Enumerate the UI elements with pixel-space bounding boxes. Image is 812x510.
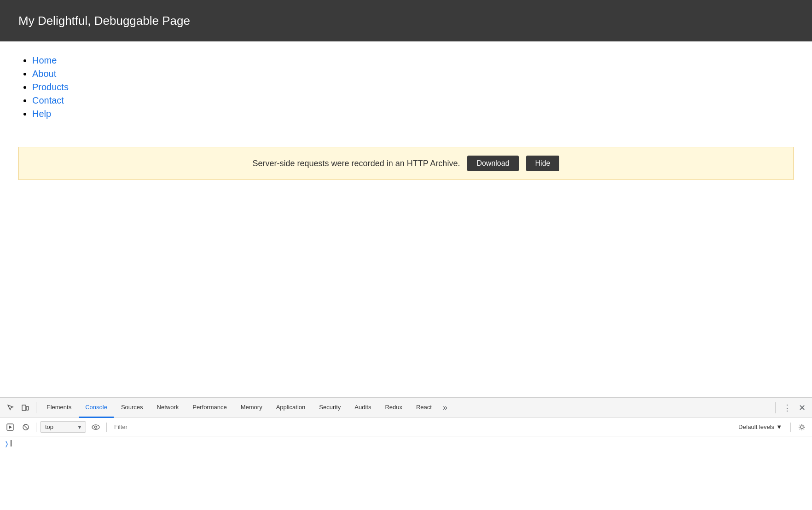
- nav-item-help: Help: [32, 109, 794, 119]
- tab-memory[interactable]: Memory: [234, 398, 269, 418]
- tab-redux[interactable]: Redux: [378, 398, 409, 418]
- page-header: My Delightful, Debuggable Page: [0, 0, 812, 41]
- default-levels-arrow: ▼: [776, 423, 782, 430]
- tab-audits[interactable]: Audits: [348, 398, 377, 418]
- tab-security[interactable]: Security: [313, 398, 347, 418]
- http-archive-banner: Server-side requests were recorded in an…: [18, 147, 794, 180]
- nav-list: Home About Products Contact Help: [18, 55, 794, 119]
- svg-line-5: [24, 425, 28, 429]
- close-devtools-button[interactable]: ✕: [796, 401, 808, 415]
- device-mode-icon-button[interactable]: [18, 402, 32, 414]
- console-cursor: [11, 440, 12, 446]
- console-bar-divider-3: [790, 423, 791, 432]
- default-levels-label: Default levels: [738, 423, 774, 430]
- svg-marker-3: [9, 425, 12, 429]
- tab-console[interactable]: Console: [79, 398, 114, 418]
- console-settings-button[interactable]: [795, 422, 808, 433]
- tab-application[interactable]: Application: [270, 398, 312, 418]
- nav-item-home: Home: [32, 55, 794, 66]
- live-expressions-button[interactable]: [89, 421, 103, 433]
- svg-point-8: [800, 426, 803, 429]
- tab-react[interactable]: React: [410, 398, 438, 418]
- svg-rect-1: [26, 406, 29, 410]
- nav-item-about: About: [32, 69, 794, 79]
- devtools-console-bar: top ▼ Default levels ▼: [0, 418, 812, 436]
- tab-elements[interactable]: Elements: [40, 398, 78, 418]
- tab-network[interactable]: Network: [151, 398, 186, 418]
- toolbar-divider-1: [36, 402, 36, 413]
- devtools-console-content: 〉: [0, 436, 812, 510]
- devtools-toolbar: Elements Console Sources Network Perform…: [0, 398, 812, 418]
- nav-link-contact[interactable]: Contact: [32, 95, 64, 105]
- hide-button[interactable]: Hide: [526, 156, 560, 171]
- execute-script-button[interactable]: [4, 422, 17, 433]
- toolbar-divider-2: [775, 402, 776, 413]
- more-tabs-button[interactable]: »: [439, 401, 451, 414]
- inspect-icon-button[interactable]: [4, 402, 17, 414]
- console-bar-divider-2: [106, 423, 107, 432]
- tab-performance[interactable]: Performance: [186, 398, 233, 418]
- console-bar-divider-1: [36, 423, 36, 432]
- nav-link-help[interactable]: Help: [32, 109, 51, 119]
- devtools-end-buttons: ⋮ ✕: [772, 401, 808, 415]
- context-select-wrapper[interactable]: top ▼: [40, 421, 86, 433]
- banner-text: Server-side requests were recorded in an…: [253, 159, 460, 168]
- svg-rect-0: [22, 405, 26, 411]
- nav-item-contact: Contact: [32, 95, 794, 106]
- svg-point-6: [92, 425, 99, 429]
- kebab-menu-button[interactable]: ⋮: [780, 401, 794, 415]
- devtools-panel: Elements Console Sources Network Perform…: [0, 397, 812, 510]
- page-title: My Delightful, Debuggable Page: [18, 14, 190, 28]
- download-button[interactable]: Download: [467, 156, 518, 171]
- nav-item-products: Products: [32, 82, 794, 93]
- context-select[interactable]: top: [40, 421, 86, 433]
- page-content: Home About Products Contact Help Server-…: [0, 41, 812, 194]
- tab-sources[interactable]: Sources: [115, 398, 150, 418]
- nav-link-products[interactable]: Products: [32, 82, 69, 92]
- clear-console-button[interactable]: [19, 422, 32, 433]
- default-levels-button[interactable]: Default levels ▼: [735, 422, 786, 432]
- console-prompt: 〉: [6, 440, 8, 448]
- nav-link-about[interactable]: About: [32, 69, 56, 79]
- filter-input[interactable]: [110, 422, 732, 432]
- svg-point-7: [95, 426, 97, 428]
- nav-link-home[interactable]: Home: [32, 55, 57, 65]
